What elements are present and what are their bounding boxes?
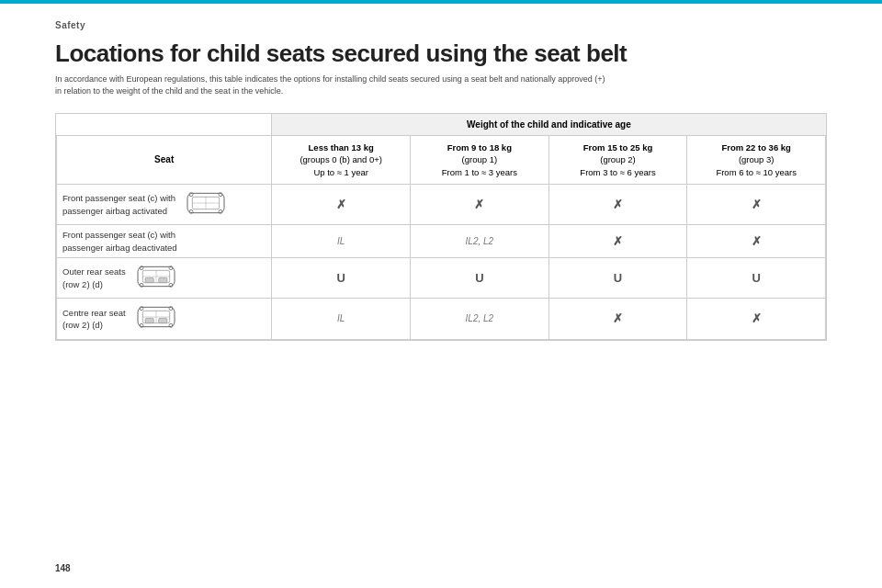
main-title: Locations for child seats secured using … [55,40,827,68]
seat-description: Centre rear seat(row 2) (d) [62,307,126,332]
col1-cell: U [272,257,411,298]
car-icon [131,262,181,294]
col4-cell: ✗ [687,185,826,225]
section-label: Safety [55,20,827,30]
svg-rect-26 [145,319,153,323]
col-headers-row: Seat Less than 13 kg (groups 0 (b) and 0… [57,136,826,185]
table-row: Front passenger seat (c) withpassenger a… [57,225,826,258]
col3-cell: ✗ [548,299,687,339]
main-table-container: Weight of the child and indicative age S… [55,113,827,340]
subtitle: In accordance with European regulations,… [55,74,808,96]
col4-cell: ✗ [687,225,826,258]
col4-cell: ✗ [687,299,826,339]
child-seats-table: Weight of the child and indicative age S… [56,114,826,339]
col3-cell: ✗ [548,225,687,258]
svg-rect-16 [145,277,153,282]
col3-cell: U [548,257,687,298]
col1-header: Less than 13 kg (groups 0 (b) and 0+) Up… [272,136,411,185]
seat-cell: Centre rear seat(row 2) (d) [57,299,272,339]
table-row: Front passenger seat (c) withpassenger a… [57,185,826,225]
seat-description: Outer rear seats(row 2) (d) [62,266,126,290]
seat-cell: Front passenger seat (c) withpassenger a… [57,185,272,225]
col1-cell: IL [272,299,411,339]
page-content: Safety Locations for child seats secured… [0,4,882,359]
col-seat-header: Seat [57,136,272,185]
col2-header: From 9 to 18 kg (group 1) From 1 to ≈ 3 … [411,136,549,185]
car-icon [181,188,231,220]
col4-cell: U [687,257,826,298]
col2-cell: IL2, L2 [411,225,549,258]
svg-rect-27 [158,319,166,323]
seat-cell: Outer rear seats(row 2) (d) [57,257,272,298]
col4-header: From 22 to 36 kg (group 3) From 6 to ≈ 1… [687,136,826,185]
weight-header-row: Weight of the child and indicative age [57,114,826,136]
col3-header: From 15 to 25 kg (group 2) From 3 to ≈ 6… [548,136,687,185]
seat-cell: Front passenger seat (c) withpassenger a… [57,225,272,258]
table-row: Outer rear seats(row 2) (d) U U U U [57,257,826,298]
col2-cell: U [411,257,549,298]
weight-header-cell: Weight of the child and indicative age [272,114,826,136]
col1-cell: IL [272,225,411,258]
col3-cell: ✗ [548,185,687,225]
car-icon [131,302,181,334]
col1-cell: ✗ [272,185,411,225]
seat-description: Front passenger seat (c) withpassenger a… [62,192,175,217]
col2-cell: IL2, L2 [411,299,549,339]
col2-cell: ✗ [411,185,549,225]
subtitle-line2: in relation to the weight of the child a… [55,86,283,96]
page-number: 148 [55,563,71,573]
table-row: Centre rear seat(row 2) (d) IL IL2, L2 ✗… [57,299,826,339]
seat-description: Front passenger seat (c) withpassenger a… [62,229,177,254]
svg-rect-17 [158,277,166,282]
subtitle-line1: In accordance with European regulations,… [55,74,605,84]
